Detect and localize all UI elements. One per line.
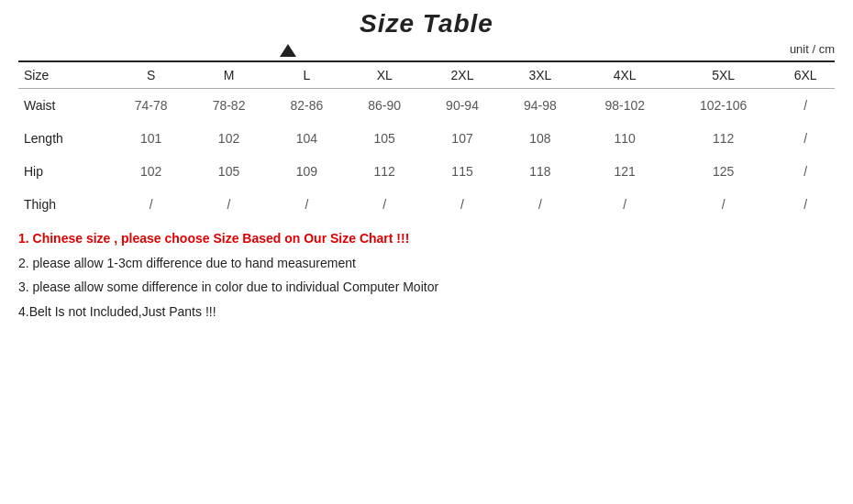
table-row: Hip102105109112115118121125/ <box>18 155 835 188</box>
cell-value: / <box>268 188 346 217</box>
col-xl: XL <box>346 62 424 89</box>
cell-value: 101 <box>112 122 190 155</box>
table-header-row: Size S M L XL 2XL 3XL 4XL 5XL 6XL <box>18 62 835 89</box>
col-5xl: 5XL <box>670 62 776 89</box>
cell-value: 94-98 <box>501 89 579 123</box>
cell-value: / <box>776 188 835 217</box>
note-item: 4.Belt Is not Included,Just Pants !!! <box>18 300 835 324</box>
row-label: Thigh <box>18 188 112 217</box>
unit-label: unit / cm <box>790 42 835 56</box>
cell-value: / <box>346 188 424 217</box>
col-6xl: 6XL <box>776 62 835 89</box>
cell-value: / <box>776 122 835 155</box>
cell-value: / <box>670 188 776 217</box>
cell-value: 82-86 <box>268 89 346 123</box>
cell-value: 115 <box>424 155 502 188</box>
cell-value: 110 <box>579 122 670 155</box>
cell-value: 90-94 <box>424 89 502 123</box>
cell-value: 105 <box>346 122 424 155</box>
col-2xl: 2XL <box>424 62 502 89</box>
row-label: Hip <box>18 155 112 188</box>
cell-value: / <box>776 89 835 123</box>
notes-section: 1. Chinese size , please choose Size Bas… <box>18 226 835 323</box>
table-body: Waist74-7878-8282-8686-9090-9494-9898-10… <box>18 89 835 218</box>
row-label: Waist <box>18 89 112 123</box>
cell-value: 109 <box>268 155 346 188</box>
cell-value: 112 <box>346 155 424 188</box>
note-item: 1. Chinese size , please choose Size Bas… <box>18 226 835 251</box>
page-title: Size Table <box>18 9 835 38</box>
cell-value: 112 <box>670 122 776 155</box>
cell-value: 104 <box>268 122 346 155</box>
cell-value: / <box>776 155 835 188</box>
col-size: Size <box>18 62 112 89</box>
triangle-icon <box>280 44 296 57</box>
main-container: Size Table unit / cm Size S M L XL 2XL 3… <box>0 0 853 504</box>
cell-value: 121 <box>579 155 670 188</box>
cell-value: 107 <box>424 122 502 155</box>
cell-value: 98-102 <box>579 89 670 123</box>
cell-value: 118 <box>501 155 579 188</box>
col-l: L <box>268 62 346 89</box>
cell-value: 78-82 <box>190 89 268 123</box>
table-row: Thigh///////// <box>18 188 835 217</box>
table-row: Waist74-7878-8282-8686-9090-9494-9898-10… <box>18 89 835 123</box>
cell-value: / <box>424 188 502 217</box>
cell-value: 86-90 <box>346 89 424 123</box>
col-4xl: 4XL <box>579 62 670 89</box>
size-table: Size S M L XL 2XL 3XL 4XL 5XL 6XL Waist7… <box>18 62 835 217</box>
cell-value: 102 <box>190 122 268 155</box>
row-label: Length <box>18 122 112 155</box>
note-item: 3. please allow some difference in color… <box>18 275 835 300</box>
cell-value: 125 <box>670 155 776 188</box>
col-3xl: 3XL <box>501 62 579 89</box>
note-item: 2. please allow 1-3cm difference due to … <box>18 251 835 276</box>
cell-value: 102-106 <box>670 89 776 123</box>
col-s: S <box>112 62 190 89</box>
cell-value: 74-78 <box>112 89 190 123</box>
cell-value: / <box>112 188 190 217</box>
cell-value: / <box>190 188 268 217</box>
cell-value: 102 <box>112 155 190 188</box>
cell-value: / <box>501 188 579 217</box>
cell-value: 105 <box>190 155 268 188</box>
cell-value: / <box>579 188 670 217</box>
cell-value: 108 <box>501 122 579 155</box>
table-row: Length101102104105107108110112/ <box>18 122 835 155</box>
col-m: M <box>190 62 268 89</box>
